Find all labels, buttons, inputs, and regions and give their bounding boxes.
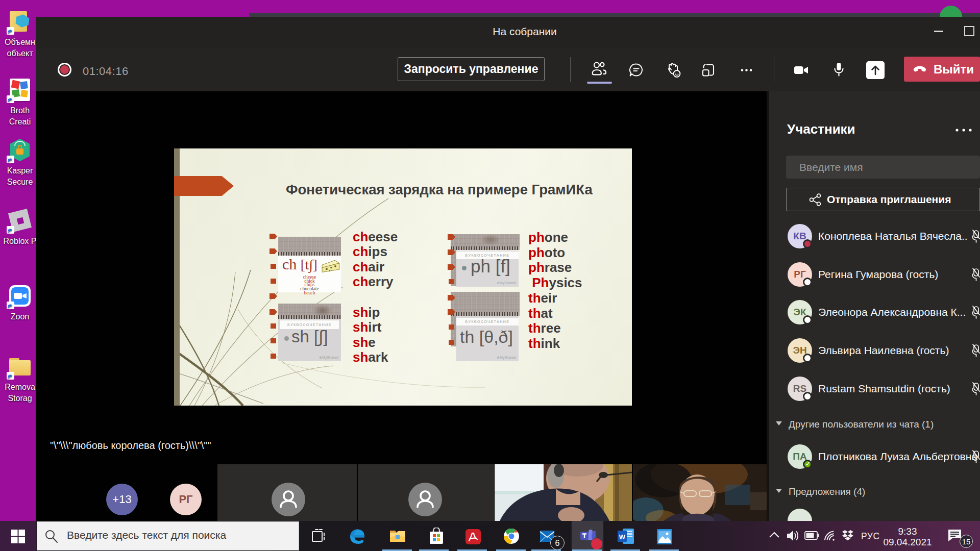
svg-text:W: W <box>619 533 626 541</box>
